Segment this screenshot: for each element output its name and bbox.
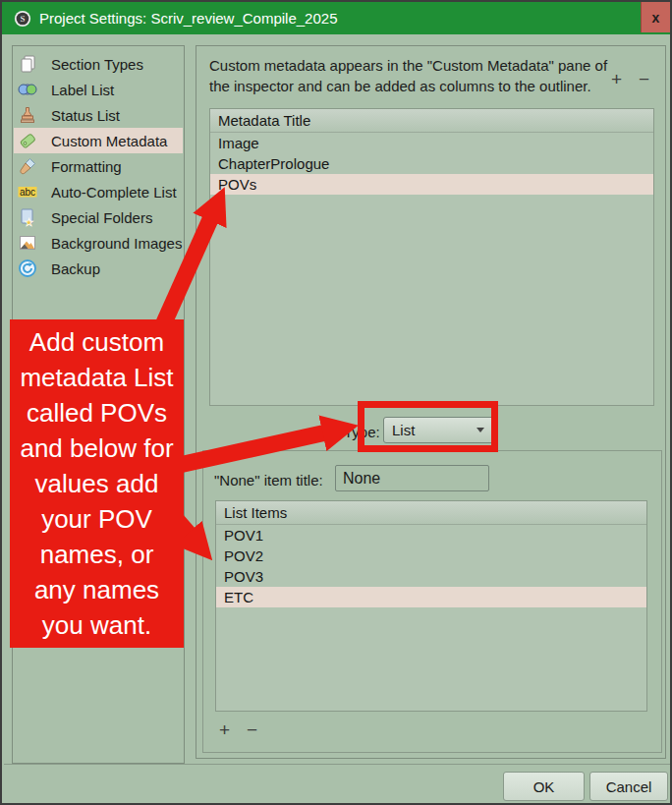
cancel-button[interactable]: Cancel <box>589 772 668 801</box>
sidebar-item-backup[interactable]: Backup <box>14 256 183 281</box>
annotation-note: Add custom metadata List called POVs and… <box>10 319 184 648</box>
sidebar-item-background-images[interactable]: Background Images <box>14 230 183 256</box>
pages-icon <box>18 54 37 74</box>
type-label: Type: <box>344 424 380 440</box>
sidebar-item-auto-complete-list[interactable]: abc Auto-Complete List <box>14 179 183 204</box>
svg-text:abc: abc <box>20 187 35 198</box>
scrivener-app-icon: S <box>14 10 31 28</box>
table-row[interactable]: Image <box>210 133 653 153</box>
svg-text:S: S <box>20 14 25 24</box>
list-item-selected[interactable]: ETC <box>216 587 646 607</box>
list-item[interactable]: POV2 <box>216 546 646 566</box>
sidebar-item-custom-metadata[interactable]: Custom Metadata <box>14 128 183 153</box>
list-item[interactable]: POV3 <box>216 566 646 587</box>
abc-icon: abc <box>18 182 37 201</box>
label-circles-icon <box>18 80 37 99</box>
folder-star-icon: ★ <box>18 207 37 227</box>
sidebar-item-formatting[interactable]: Formatting <box>14 153 183 179</box>
table-row-selected[interactable]: POVs <box>210 174 653 195</box>
type-dropdown[interactable]: List <box>383 417 494 443</box>
ok-button[interactable]: OK <box>503 772 585 801</box>
window-title: Project Settings: Scriv_review_Compile_2… <box>39 10 337 27</box>
footer-divider <box>4 764 672 765</box>
table-row[interactable]: ChapterPrologue <box>210 153 653 174</box>
backup-arrow-icon <box>18 259 37 278</box>
sidebar-item-status-list[interactable]: Status List <box>14 102 183 128</box>
custom-metadata-pane: Custom metadata appears in the "Custom M… <box>196 45 666 759</box>
metadata-table-header[interactable]: Metadata Title <box>210 109 653 133</box>
add-list-item-button[interactable]: + <box>219 720 230 739</box>
close-button[interactable]: x <box>641 2 670 32</box>
type-dropdown-value: List <box>392 422 476 438</box>
pane-description: Custom metadata appears in the "Custom M… <box>209 55 614 96</box>
picture-icon <box>18 233 37 253</box>
tag-icon <box>18 131 37 150</box>
remove-metadata-button[interactable]: − <box>639 70 649 88</box>
sidebar-item-special-folders[interactable]: ★ Special Folders <box>14 204 183 230</box>
remove-list-item-button[interactable]: − <box>247 720 257 739</box>
stamp-icon <box>18 105 37 125</box>
add-metadata-button[interactable]: + <box>611 70 622 88</box>
chevron-down-icon <box>476 428 484 432</box>
metadata-table: Metadata Title Image ChapterPrologue POV… <box>209 108 654 406</box>
sidebar-item-section-types[interactable]: Section Types <box>14 51 183 77</box>
project-settings-dialog: S Project Settings: Scriv_review_Compile… <box>0 0 672 805</box>
list-items-table: List Items POV1 POV2 POV3 ETC <box>215 500 647 712</box>
paintbrush-icon <box>18 156 37 176</box>
none-item-title-input[interactable] <box>335 465 489 491</box>
list-items-header[interactable]: List Items <box>216 501 646 525</box>
title-bar[interactable]: S Project Settings: Scriv_review_Compile… <box>2 2 670 34</box>
list-item[interactable]: POV1 <box>216 525 646 546</box>
list-settings-group: "None" item title: List Items POV1 POV2 … <box>202 450 662 753</box>
sidebar-item-label-list[interactable]: Label List <box>14 77 183 102</box>
svg-text:★: ★ <box>25 216 34 227</box>
none-item-title-label: "None" item title: <box>214 472 323 489</box>
